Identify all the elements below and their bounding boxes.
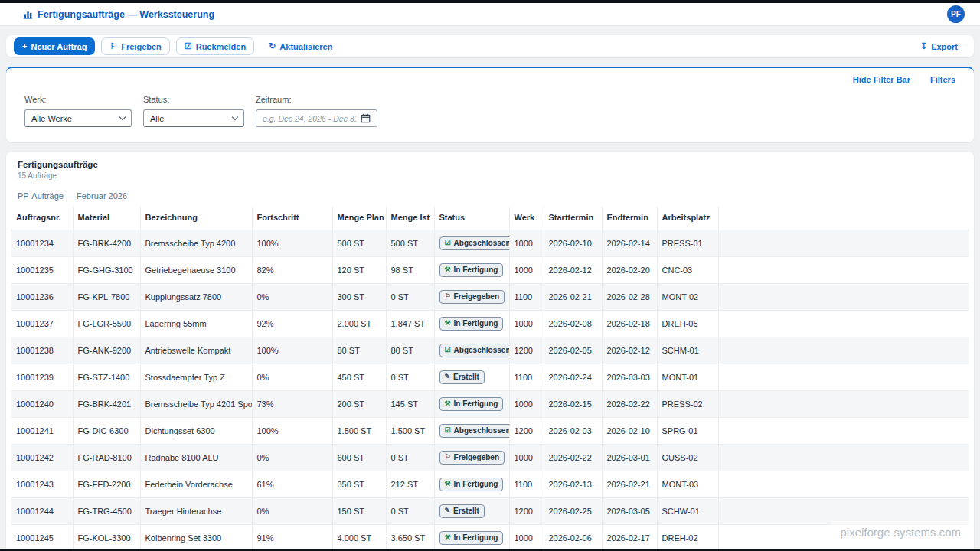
col-filler bbox=[718, 207, 969, 230]
export-button[interactable]: ↧ Export bbox=[912, 37, 966, 55]
status-select[interactable]: Alle bbox=[143, 109, 244, 127]
cell-order: 10001238 bbox=[11, 337, 73, 364]
plus-icon: + bbox=[22, 42, 27, 51]
status-badge: ⚒In Fertigung bbox=[439, 531, 504, 545]
cell-order: 10001242 bbox=[11, 445, 73, 471]
cell-filler bbox=[718, 311, 969, 337]
cell-qty-plan: 4.000 ST bbox=[332, 525, 386, 551]
filter-bar: Hide Filter Bar Filters Werk: Alle Werke… bbox=[6, 67, 974, 142]
release-button[interactable]: ⚐ Freigeben bbox=[101, 37, 169, 55]
status-badge: ⚒In Fertigung bbox=[439, 397, 504, 411]
cell-qty-actual: 500 ST bbox=[386, 230, 434, 257]
col-fortschritt[interactable]: Fortschritt bbox=[252, 207, 332, 230]
cell-filler bbox=[718, 337, 969, 364]
table-row[interactable]: 10001241FG-DIC-6300Dichtungsset 6300100%… bbox=[11, 418, 969, 445]
col-menge-plan[interactable]: Menge Plan bbox=[332, 207, 386, 230]
col-arbeitsplatz[interactable]: Arbeitsplatz bbox=[657, 207, 718, 230]
status-label: Erstellt bbox=[453, 506, 479, 516]
status-label: Erstellt bbox=[453, 372, 479, 382]
cell-order: 10001240 bbox=[11, 391, 73, 418]
cell-start: 2026-02-15 bbox=[544, 391, 602, 418]
col-menge-ist[interactable]: Menge Ist bbox=[386, 207, 434, 230]
cell-description: Traeger Hinterachse bbox=[140, 498, 252, 525]
col-endtermin[interactable]: Endtermin bbox=[602, 207, 657, 230]
col-material[interactable]: Material bbox=[73, 207, 140, 230]
new-order-button[interactable]: + Neuer Auftrag bbox=[14, 37, 95, 55]
werk-select-value: Alle Werke bbox=[31, 114, 72, 123]
orders-title: Fertigungsaufträge bbox=[18, 160, 962, 169]
cell-qty-plan: 200 ST bbox=[332, 391, 386, 418]
cell-plant: 1000 bbox=[509, 525, 544, 551]
table-row[interactable]: 10001243FG-FED-2200Federbein Vorderachse… bbox=[11, 471, 969, 498]
table-header-row: Auftragsnr. Material Bezeichnung Fortsch… bbox=[11, 207, 969, 230]
status-badge: ✎Erstellt bbox=[439, 504, 485, 518]
cell-filler bbox=[718, 471, 969, 498]
calendar-icon[interactable] bbox=[361, 113, 371, 123]
col-status[interactable]: Status bbox=[434, 207, 509, 230]
cell-progress: 0% bbox=[252, 284, 332, 311]
status-icon: ☑ bbox=[445, 427, 451, 434]
cell-description: Getriebegehaeuse 3100 bbox=[140, 257, 252, 284]
col-auftragsnr[interactable]: Auftragsnr. bbox=[11, 207, 73, 230]
status-icon: ⚐ bbox=[445, 293, 451, 300]
status-label: Freigegeben bbox=[454, 452, 499, 462]
table-row[interactable]: 10001238FG-ANK-9200Antriebswelle Kompakt… bbox=[11, 337, 969, 364]
table-row[interactable]: 10001237FG-LGR-5500Lagerring 55mm92%2.00… bbox=[11, 311, 969, 337]
col-bezeichnung[interactable]: Bezeichnung bbox=[140, 207, 252, 230]
cell-qty-actual: 1.500 ST bbox=[386, 418, 434, 445]
cell-plant: 1000 bbox=[509, 257, 544, 284]
cell-status: ⚒In Fertigung bbox=[434, 525, 509, 551]
date-range-input[interactable] bbox=[263, 114, 356, 123]
table-row[interactable]: 10001235FG-GHG-3100Getriebegehaeuse 3100… bbox=[11, 257, 969, 284]
cell-end: 2026-03-03 bbox=[602, 364, 657, 391]
cell-start: 2026-02-12 bbox=[544, 257, 602, 284]
col-starttermin[interactable]: Starttermin bbox=[544, 207, 602, 230]
table-row[interactable]: 10001239FG-STZ-1400Stossdaempfer Typ Z0%… bbox=[11, 364, 969, 391]
table-row[interactable]: 10001244FG-TRG-4500Traeger Hinterachse0%… bbox=[11, 498, 969, 525]
cell-workcenter: SCHW-01 bbox=[657, 498, 718, 525]
col-werk[interactable]: Werk bbox=[509, 207, 544, 230]
status-label: Status: bbox=[143, 95, 244, 104]
cell-qty-plan: 1.500 ST bbox=[332, 418, 386, 445]
status-icon: ☑ bbox=[445, 240, 451, 246]
filters-link[interactable]: Filters bbox=[930, 75, 956, 84]
cell-status: ☑Abgeschlossen bbox=[434, 337, 509, 364]
cell-qty-actual: 0 ST bbox=[386, 445, 434, 471]
cell-qty-actual: 212 ST bbox=[386, 471, 434, 498]
cell-qty-plan: 500 ST bbox=[332, 230, 386, 257]
toolbar: + Neuer Auftrag ⚐ Freigeben ☑ Rückmelden… bbox=[6, 35, 974, 57]
cell-workcenter: GUSS-02 bbox=[657, 445, 718, 471]
status-icon: ⚒ bbox=[445, 266, 451, 273]
cell-qty-plan: 150 ST bbox=[332, 498, 386, 525]
table-row[interactable]: 10001240FG-BRK-4201Bremsscheibe Typ 4201… bbox=[11, 391, 969, 418]
cell-filler bbox=[718, 418, 969, 445]
cell-start: 2026-02-10 bbox=[544, 230, 602, 257]
cell-qty-plan: 2.000 ST bbox=[332, 311, 386, 337]
cell-plant: 1000 bbox=[509, 391, 544, 418]
cell-workcenter: MONT-02 bbox=[657, 284, 718, 311]
cell-qty-plan: 450 ST bbox=[332, 364, 386, 391]
status-select-value: Alle bbox=[150, 114, 164, 123]
filter-field-werk: Werk: Alle Werke bbox=[24, 95, 132, 127]
refresh-label: Aktualisieren bbox=[279, 42, 332, 51]
cell-end: 2026-02-20 bbox=[602, 257, 657, 284]
cell-filler bbox=[718, 230, 969, 257]
table-row[interactable]: 10001236FG-KPL-7800Kupplungssatz 78000%3… bbox=[11, 284, 969, 311]
werk-select[interactable]: Alle Werke bbox=[24, 109, 132, 127]
cell-description: Dichtungsset 6300 bbox=[140, 418, 252, 445]
refresh-icon: ↻ bbox=[269, 42, 276, 51]
table-row[interactable]: 10001245FG-KOL-3300Kolbenring Set 330091… bbox=[11, 525, 969, 551]
cell-description: Kupplungssatz 7800 bbox=[140, 284, 252, 311]
cell-status: ⚒In Fertigung bbox=[434, 471, 509, 498]
refresh-button[interactable]: ↻ Aktualisieren bbox=[260, 37, 341, 55]
hide-filter-bar-link[interactable]: Hide Filter Bar bbox=[853, 75, 910, 84]
table-row[interactable]: 10001234FG-BRK-4200Bremsscheibe Typ 4200… bbox=[11, 230, 969, 257]
status-badge: ⚒In Fertigung bbox=[439, 263, 504, 277]
confirm-button[interactable]: ☑ Rückmelden bbox=[176, 37, 254, 55]
cell-qty-plan: 350 ST bbox=[332, 471, 386, 498]
table-row[interactable]: 10001242FG-RAD-8100Radnabe 8100 ALU0%600… bbox=[11, 445, 969, 471]
status-badge: ☑Abgeschlossen bbox=[439, 344, 510, 357]
cell-workcenter: MONT-01 bbox=[657, 364, 718, 391]
cell-material: FG-RAD-8100 bbox=[73, 445, 140, 471]
avatar[interactable]: PF bbox=[947, 5, 965, 23]
